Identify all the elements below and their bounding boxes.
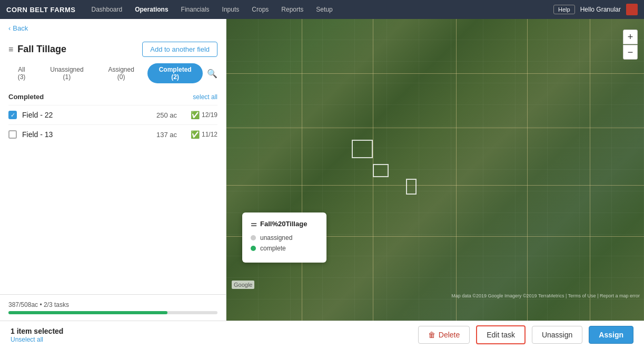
nav-items: Dashboard Operations Financials Inputs C… — [86, 4, 338, 15]
field-status-1: ✅ 12/19 — [191, 111, 217, 119]
panel-header: ≡ Fall Tillage Add to another field — [0, 37, 226, 63]
add-field-button[interactable]: Add to another field — [142, 42, 217, 57]
trash-icon: 🗑 — [428, 331, 435, 339]
complete-label: complete — [260, 245, 286, 252]
status-check-icon-1: ✅ — [191, 111, 200, 119]
tab-completed[interactable]: Completed (2) — [147, 63, 203, 83]
user-avatar — [626, 4, 638, 15]
nav-right: Help Hello Granular — [553, 4, 638, 15]
field-shape-2 — [373, 164, 389, 177]
back-label: Back — [13, 24, 28, 32]
nav-setup[interactable]: Setup — [311, 4, 338, 15]
back-arrow-icon: ‹ — [8, 24, 11, 32]
main-area: ‹ Back ≡ Fall Tillage Add to another fie… — [0, 19, 644, 321]
tab-all[interactable]: All (3) — [6, 63, 37, 83]
unselect-all-link[interactable]: Unselect all — [11, 336, 412, 343]
field-date-2: 11/12 — [202, 131, 217, 138]
edit-task-button[interactable]: Edit task — [476, 325, 526, 344]
unassign-label: Unassign — [542, 331, 572, 339]
field-shape-3 — [406, 179, 417, 195]
popup-title: ⚌ Fall%20Tillage — [251, 220, 318, 228]
field-acreage-2: 137 ac — [156, 131, 177, 139]
unassigned-label: unassigned — [260, 234, 292, 241]
map-roads — [226, 19, 644, 321]
progress-fill — [8, 311, 167, 314]
tab-unassigned[interactable]: Unassigned (1) — [39, 63, 95, 83]
complete-dot — [251, 246, 256, 251]
nav-reports[interactable]: Reports — [276, 4, 309, 15]
legend-unassigned: unassigned — [251, 234, 318, 241]
status-text: 387/508ac • 2/3 tasks — [8, 301, 217, 308]
table-row: Field - 22 250 ac ✅ 12/19 — [8, 105, 217, 124]
title-area: ≡ Fall Tillage — [8, 44, 66, 55]
nav-inputs[interactable]: Inputs — [217, 4, 245, 15]
section-label: Completed — [8, 93, 44, 101]
panel-title: Fall Tillage — [17, 44, 66, 55]
nav-operations[interactable]: Operations — [130, 4, 173, 15]
field-name-1: Field - 22 — [22, 111, 151, 119]
selection-count: 1 item selected — [11, 327, 63, 335]
field-acreage-1: 250 ac — [156, 111, 177, 119]
table-row: Field - 13 137 ac ✅ 11/12 — [8, 124, 217, 144]
google-watermark: Google — [232, 281, 254, 289]
map-area[interactable]: ⚌ Fall%20Tillage unassigned complete + −… — [226, 19, 644, 321]
zoom-in-button[interactable]: + — [623, 30, 638, 44]
field-date-1: 12/19 — [202, 111, 217, 119]
field-checkbox-2[interactable] — [8, 130, 17, 139]
assign-button[interactable]: Assign — [589, 326, 633, 344]
nav-financials[interactable]: Financials — [176, 4, 215, 15]
delete-label: Delete — [439, 331, 460, 339]
zoom-controls: + − — [623, 30, 638, 60]
field-name-2: Field - 13 — [22, 130, 151, 139]
nav-left: CORN BELT FARMS Dashboard Operations Fin… — [6, 4, 338, 15]
field-status-2: ✅ 11/12 — [191, 130, 217, 139]
help-button[interactable]: Help — [553, 5, 575, 14]
nav-dashboard[interactable]: Dashboard — [86, 4, 127, 15]
field-shape-1 — [352, 140, 373, 158]
tillage-icon: ≡ — [8, 45, 13, 54]
unassign-button[interactable]: Unassign — [532, 326, 582, 344]
edit-label: Edit task — [487, 331, 515, 339]
progress-bar — [8, 311, 217, 314]
tab-assigned[interactable]: Assigned (0) — [97, 63, 146, 83]
status-check-icon-2: ✅ — [191, 130, 200, 139]
user-menu[interactable]: Hello Granular — [580, 6, 621, 13]
status-bar: 387/508ac • 2/3 tasks — [0, 294, 226, 321]
zoom-out-button[interactable]: − — [623, 45, 638, 60]
bottom-action-bar: 1 item selected Unselect all 🗑 Delete Ed… — [0, 321, 644, 348]
delete-button[interactable]: 🗑 Delete — [418, 326, 470, 344]
top-navigation: CORN BELT FARMS Dashboard Operations Fin… — [0, 0, 644, 19]
search-button[interactable]: 🔍 — [205, 66, 220, 81]
field-checkbox-1[interactable] — [8, 111, 17, 119]
field-list: Completed select all Field - 22 250 ac ✅… — [0, 88, 226, 294]
map-legend-popup: ⚌ Fall%20Tillage unassigned complete — [242, 212, 326, 263]
unassigned-dot — [251, 235, 256, 240]
popup-title-text: Fall%20Tillage — [260, 220, 307, 228]
assign-label: Assign — [599, 331, 623, 339]
popup-icon: ⚌ — [251, 220, 257, 228]
brand-name: CORN BELT FARMS — [6, 6, 75, 14]
back-button[interactable]: ‹ Back — [0, 19, 226, 37]
filter-tabs: All (3) Unassigned (1) Assigned (0) Comp… — [0, 63, 226, 88]
legend-complete: complete — [251, 245, 318, 252]
nav-crops[interactable]: Crops — [246, 4, 274, 15]
map-satellite: ⚌ Fall%20Tillage unassigned complete + −… — [226, 19, 644, 321]
left-panel: ‹ Back ≡ Fall Tillage Add to another fie… — [0, 19, 226, 321]
section-header: Completed select all — [8, 88, 217, 105]
selection-info: 1 item selected Unselect all — [11, 326, 412, 343]
select-all-link[interactable]: select all — [193, 93, 217, 101]
map-attribution: Map data ©2019 Google Imagery ©2019 Terr… — [451, 293, 640, 298]
